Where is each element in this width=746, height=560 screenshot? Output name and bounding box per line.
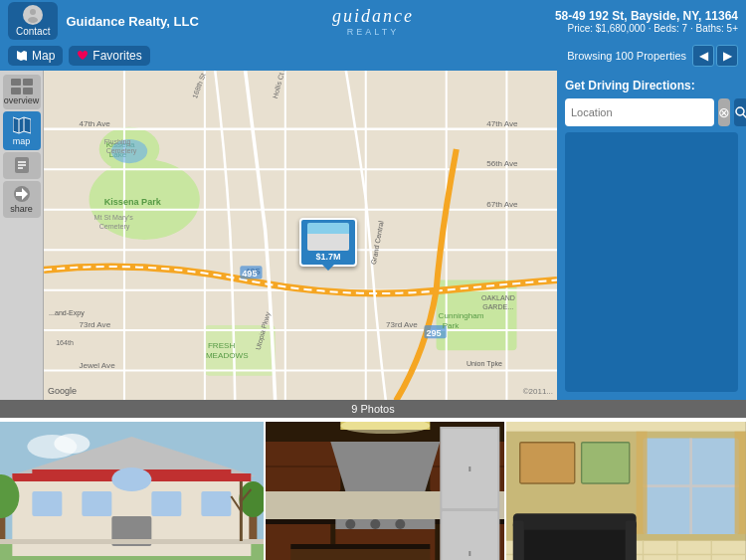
sidebar-item-overview[interactable]: overview	[3, 75, 41, 109]
svg-text:Cemetery: Cemetery	[106, 147, 137, 155]
browsing-info: Browsing 100 Properties	[567, 50, 686, 62]
svg-rect-122	[506, 422, 746, 432]
nav-row: Map Favorites Browsing 100 Properties ◀ …	[0, 42, 746, 71]
user-avatar	[23, 5, 43, 25]
svg-text:56th Ave: 56th Ave	[486, 159, 518, 168]
svg-text:495: 495	[242, 269, 257, 279]
svg-text:Kissena Park: Kissena Park	[104, 197, 162, 207]
photos-count-bar: 9 Photos	[0, 400, 746, 418]
photos-section: 9 Photos	[0, 400, 746, 560]
overview-label: overview	[4, 95, 40, 105]
sidebar: overview map share	[0, 71, 44, 400]
svg-rect-6	[23, 88, 33, 94]
svg-rect-81	[0, 539, 264, 544]
svg-rect-71	[32, 491, 62, 516]
svg-text:73rd Ave: 73rd Ave	[386, 320, 418, 329]
svg-rect-3	[11, 79, 21, 86]
contact-button[interactable]: Contact	[8, 2, 58, 40]
svg-text:73rd Ave: 73rd Ave	[79, 320, 110, 329]
svg-point-0	[30, 9, 36, 15]
svg-marker-7	[13, 117, 31, 133]
svg-text:OAKLAND: OAKLAND	[481, 294, 515, 302]
svg-text:164th: 164th	[56, 339, 74, 347]
contact-label: Contact	[16, 26, 50, 37]
map-btn-label: Map	[32, 49, 55, 63]
svg-text:Union Tpke: Union Tpke	[466, 360, 502, 368]
sidebar-item-map[interactable]: map	[3, 111, 41, 150]
marker-price: $1.7M	[315, 252, 340, 262]
svg-rect-74	[201, 491, 231, 516]
sidebar-item-share[interactable]: share	[3, 181, 41, 218]
photos-grid	[0, 400, 746, 560]
sidebar-item-notes[interactable]	[3, 152, 41, 179]
svg-text:Cunningham: Cunningham	[439, 311, 484, 320]
directions-input-row: ⊗	[565, 98, 738, 126]
logo-area: guidance REALTY	[332, 6, 414, 37]
svg-rect-143	[513, 513, 637, 530]
svg-rect-4	[23, 79, 33, 86]
logo-subtitle: REALTY	[332, 27, 414, 37]
svg-text:Cemetery: Cemetery	[99, 223, 130, 231]
marker-thumbnail	[307, 223, 349, 251]
svg-text:67th Ave: 67th Ave	[486, 200, 518, 209]
property-details: Price: $1,680,000 · Beds: 7 · Baths: 5+	[555, 23, 738, 34]
svg-text:Jewel Ave: Jewel Ave	[79, 361, 115, 370]
svg-text:Mt St Mary's: Mt St Mary's	[94, 214, 134, 222]
location-input[interactable]	[565, 98, 714, 126]
svg-text:MEADOWS: MEADOWS	[206, 351, 249, 360]
photo-living-room[interactable]	[504, 422, 746, 560]
search-location-button[interactable]	[734, 98, 746, 126]
property-beds: Beds: 7	[653, 23, 687, 34]
next-arrow[interactable]: ▶	[716, 45, 738, 67]
svg-rect-72	[82, 491, 111, 516]
svg-point-83	[54, 434, 90, 454]
nav-arrows: ◀ ▶	[692, 45, 738, 67]
property-info: 58-49 192 St, Bayside, NY, 11364 Price: …	[555, 9, 738, 34]
svg-rect-145	[626, 520, 637, 560]
svg-point-76	[111, 467, 151, 491]
photo-house[interactable]	[0, 422, 264, 560]
app-header: Contact Guidance Realty, LLC guidance RE…	[0, 0, 746, 42]
svg-text:47th Ave: 47th Ave	[486, 119, 518, 128]
svg-marker-2	[17, 51, 27, 61]
svg-point-109	[395, 519, 405, 529]
directions-content	[565, 132, 738, 392]
map-label: map	[13, 136, 31, 146]
property-baths: Baths: 5+	[695, 23, 738, 34]
property-address: 58-49 192 St, Bayside, NY, 11364	[555, 9, 738, 23]
prev-arrow[interactable]: ◀	[692, 45, 714, 67]
svg-rect-5	[11, 88, 21, 94]
svg-point-1	[28, 17, 38, 23]
share-label: share	[10, 204, 33, 214]
svg-text:Flushing: Flushing	[104, 138, 131, 146]
svg-rect-144	[513, 520, 524, 560]
clear-location-button[interactable]: ⊗	[718, 98, 730, 126]
directions-panel: Get Driving Directions: ⊗	[557, 71, 746, 400]
favorites-btn-label: Favorites	[93, 49, 141, 63]
svg-text:GARDE...: GARDE...	[482, 303, 513, 311]
logo-text: guidance	[332, 6, 414, 27]
property-marker[interactable]: $1.7M	[299, 218, 357, 267]
svg-rect-140	[637, 432, 648, 534]
main-area: overview map share	[0, 71, 746, 400]
svg-rect-150	[582, 443, 630, 483]
map-copyright: ©2011...	[523, 387, 553, 396]
svg-point-108	[370, 519, 380, 529]
photo-kitchen[interactable]	[264, 422, 505, 560]
svg-text:...and-Expy: ...and-Expy	[49, 309, 85, 317]
company-name: Guidance Realty, LLC	[66, 14, 198, 29]
svg-rect-149	[520, 443, 575, 483]
map-area[interactable]: 495 495 295 47th Ave 47th Ave 56th Ave 6…	[44, 71, 557, 400]
svg-rect-73	[151, 491, 181, 516]
svg-text:47th Ave: 47th Ave	[79, 119, 110, 128]
svg-text:FRESH: FRESH	[208, 341, 236, 350]
property-price: Price: $1,680,000	[567, 23, 645, 34]
svg-rect-120	[290, 544, 430, 549]
directions-title: Get Driving Directions:	[565, 79, 738, 93]
google-watermark: Google	[48, 386, 77, 396]
map-button[interactable]: Map	[8, 46, 63, 66]
svg-marker-118	[330, 442, 440, 491]
svg-rect-141	[735, 432, 746, 534]
favorites-button[interactable]: Favorites	[69, 46, 149, 66]
svg-point-63	[736, 107, 744, 115]
